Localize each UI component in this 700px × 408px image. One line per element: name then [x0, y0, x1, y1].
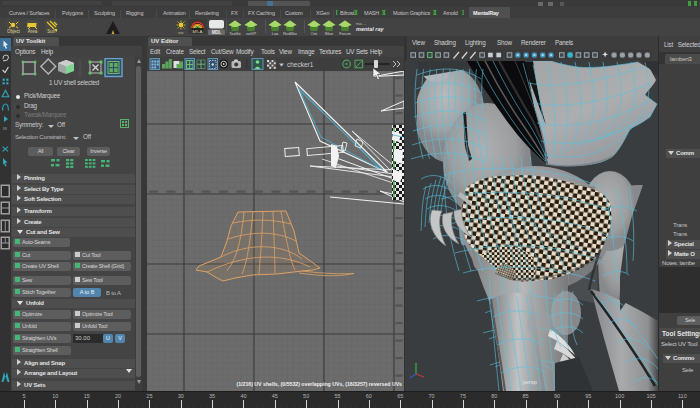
svg-text:MILA: MILA: [193, 29, 203, 34]
svg-text:Surf: Surf: [47, 29, 56, 34]
svg-text:Toolkit: Toolkit: [229, 31, 241, 36]
svg-text:Opt: Opt: [311, 31, 318, 36]
svg-text:swVP: swVP: [246, 31, 257, 36]
svg-text:ssc: ssc: [178, 30, 184, 35]
svg-text:Log: Log: [272, 31, 279, 36]
svg-text:Blog: Blog: [325, 31, 333, 36]
svg-text:(1/216) UV shells, (0/5532) ov: (1/216) UV shells, (0/5532) overlapping …: [236, 381, 402, 387]
svg-text:Forum: Forum: [339, 31, 351, 36]
svg-text:Object: Object: [7, 29, 20, 34]
svg-text:persp: persp: [523, 379, 537, 385]
svg-text:checker1: checker1: [287, 61, 314, 68]
svg-text:RedMgr: RedMgr: [283, 31, 297, 36]
svg-text:MDL: MDL: [212, 30, 222, 35]
svg-text:Area: Area: [28, 29, 38, 34]
